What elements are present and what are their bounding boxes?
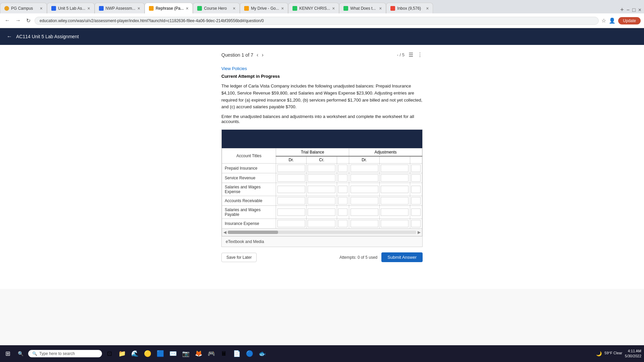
accts-rec-trial-extra[interactable] bbox=[338, 197, 347, 204]
tab-course-hero[interactable]: Course Hero × bbox=[193, 3, 240, 13]
accts-rec-trial-extra-cell bbox=[337, 196, 349, 206]
sal-wages-exp-trial-dr[interactable] bbox=[277, 186, 305, 193]
dev-icon[interactable]: 🐟 bbox=[257, 348, 268, 359]
tab-gmail[interactable]: Inbox (9,576) × bbox=[386, 3, 433, 13]
submit-answer-button[interactable]: Submit Answer bbox=[381, 252, 423, 262]
file-explorer-icon[interactable]: 📁 bbox=[117, 348, 127, 359]
ins-exp-adj-dr[interactable] bbox=[351, 220, 378, 227]
tab-close-gmail[interactable]: × bbox=[426, 6, 429, 11]
prepaid-insurance-adj-dr[interactable] bbox=[351, 165, 378, 172]
list-view-icon[interactable]: ☰ bbox=[409, 52, 413, 58]
firefox-icon[interactable]: 🦊 bbox=[193, 348, 204, 359]
accts-rec-trial-cr[interactable] bbox=[308, 197, 335, 204]
tab-close-rephrase[interactable]: × bbox=[186, 6, 189, 11]
calc-icon[interactable]: 🖩 bbox=[219, 348, 229, 359]
system-clock[interactable]: 4:11 AM 5/30/2022 bbox=[625, 349, 641, 359]
service-revenue-adj-cr[interactable] bbox=[381, 174, 409, 182]
office-icon[interactable]: 📄 bbox=[231, 348, 242, 359]
new-tab-button[interactable]: + bbox=[620, 6, 624, 13]
main-content: Question 1 of 7 ‹ › - / 5 ☰ ⋮ View Polic… bbox=[0, 45, 644, 362]
photos-icon[interactable]: 📷 bbox=[180, 348, 191, 359]
accts-rec-adj-dr[interactable] bbox=[351, 197, 378, 204]
chrome-icon[interactable]: 🟡 bbox=[142, 348, 153, 359]
profile-icon[interactable]: 👤 bbox=[609, 17, 615, 24]
sal-wages-exp-adj-cr[interactable] bbox=[381, 186, 409, 193]
sal-wages-pay-trial-extra-cell bbox=[337, 206, 349, 219]
tab-close-kenny-chris[interactable]: × bbox=[332, 6, 335, 11]
bookmark-icon[interactable]: ☆ bbox=[601, 17, 606, 24]
prepaid-insurance-adj-cr[interactable] bbox=[381, 165, 409, 172]
back-arrow-icon[interactable]: ← bbox=[7, 34, 12, 40]
horizontal-scrollbar[interactable] bbox=[228, 231, 416, 234]
mail-icon[interactable]: ✉️ bbox=[168, 348, 178, 359]
tab-close-nwp-assess[interactable]: × bbox=[138, 6, 140, 11]
task-view-icon[interactable]: ⊡ bbox=[104, 348, 115, 359]
accts-rec-adj-extra[interactable] bbox=[411, 197, 421, 204]
scroll-thumb[interactable] bbox=[228, 231, 278, 234]
back-button[interactable]: ← bbox=[3, 16, 11, 25]
scroll-left-arrow[interactable]: ◀ bbox=[223, 230, 226, 235]
service-revenue-trial-cr[interactable] bbox=[308, 174, 335, 182]
tab-close-my-drive[interactable]: × bbox=[281, 6, 284, 11]
ins-exp-adj-extra[interactable] bbox=[411, 220, 421, 227]
prepaid-insurance-trial-dr-cell bbox=[276, 164, 307, 173]
save-for-later-button[interactable]: Save for Later bbox=[221, 253, 257, 262]
sal-wages-pay-adj-cr[interactable] bbox=[381, 208, 409, 216]
service-revenue-trial-dr[interactable] bbox=[277, 174, 305, 182]
minimize-button[interactable]: − bbox=[627, 7, 630, 13]
ins-exp-trial-cr[interactable] bbox=[308, 220, 335, 227]
edge-browser-icon[interactable]: 🌊 bbox=[129, 348, 140, 359]
prepaid-insurance-adj-extra[interactable] bbox=[411, 165, 421, 172]
next-question-button[interactable]: › bbox=[262, 52, 263, 58]
sal-wages-exp-adj-dr[interactable] bbox=[351, 186, 378, 193]
sal-wages-exp-trial-extra[interactable] bbox=[338, 186, 347, 193]
tab-close-course-hero[interactable]: × bbox=[233, 6, 235, 11]
prepaid-insurance-trial-extra[interactable] bbox=[338, 165, 347, 172]
sal-wages-pay-adj-extra[interactable] bbox=[411, 208, 421, 216]
sal-wages-pay-trial-extra[interactable] bbox=[338, 208, 347, 216]
update-button[interactable]: Update bbox=[618, 17, 641, 24]
games-icon[interactable]: 🎮 bbox=[206, 348, 217, 359]
sal-wages-pay-adj-dr[interactable] bbox=[351, 208, 378, 216]
tab-rephrase[interactable]: Rephrase (Pa... × bbox=[145, 3, 193, 13]
search-button-icon[interactable]: 🔍 bbox=[15, 350, 26, 358]
tab-pg-campus[interactable]: PG Campus × bbox=[0, 3, 47, 13]
ins-exp-adj-cr[interactable] bbox=[381, 220, 409, 227]
forward-button[interactable]: → bbox=[14, 16, 22, 25]
sal-wages-exp-adj-extra[interactable] bbox=[411, 186, 421, 193]
start-button[interactable]: ⊞ bbox=[3, 349, 13, 359]
chrome-shortcut-icon[interactable]: 🔵 bbox=[244, 348, 255, 359]
prepaid-insurance-trial-cr[interactable] bbox=[308, 165, 335, 172]
accts-rec-adj-cr[interactable] bbox=[381, 197, 409, 204]
tab-close-what-does[interactable]: × bbox=[379, 6, 382, 11]
accts-rec-trial-dr[interactable] bbox=[277, 197, 305, 204]
tab-what-does[interactable]: What Does t... × bbox=[339, 3, 386, 13]
prev-question-button[interactable]: ‹ bbox=[257, 52, 258, 58]
close-button[interactable]: × bbox=[638, 7, 641, 13]
ins-exp-trial-dr[interactable] bbox=[277, 220, 305, 227]
view-policies-link[interactable]: View Policies bbox=[221, 66, 423, 71]
tab-close-unit5-lab[interactable]: × bbox=[87, 6, 90, 11]
sal-wages-pay-trial-dr[interactable] bbox=[277, 208, 305, 216]
ins-exp-trial-extra[interactable] bbox=[338, 220, 347, 227]
tab-my-drive[interactable]: My Drive - Go... × bbox=[240, 3, 288, 13]
service-revenue-adj-extra[interactable] bbox=[411, 174, 421, 182]
sal-wages-exp-trial-cr[interactable] bbox=[308, 186, 335, 193]
service-revenue-trial-extra[interactable] bbox=[338, 174, 347, 182]
url-bar[interactable]: education.wiley.com/was/ui/v2/assessment… bbox=[35, 17, 599, 25]
maximize-button[interactable]: □ bbox=[632, 7, 636, 13]
tab-kenny-chris[interactable]: KENNY CHRIS... × bbox=[288, 3, 339, 13]
scroll-right-arrow[interactable]: ▶ bbox=[418, 230, 421, 235]
prepaid-insurance-adj-extra-cell bbox=[410, 164, 422, 173]
tab-close-pg-campus[interactable]: × bbox=[40, 6, 43, 11]
more-options-icon[interactable]: ⋮ bbox=[417, 52, 423, 58]
question-container: Question 1 of 7 ‹ › - / 5 ☰ ⋮ View Polic… bbox=[215, 45, 429, 276]
sal-wages-pay-trial-cr[interactable] bbox=[308, 208, 335, 216]
reload-button[interactable]: ↻ bbox=[25, 16, 32, 25]
tab-unit5-lab[interactable]: Unit 5 Lab As... × bbox=[47, 3, 95, 13]
search-box[interactable]: 🔍 Type here to search bbox=[28, 350, 102, 357]
store-icon[interactable]: 🟦 bbox=[155, 348, 166, 359]
service-revenue-adj-dr[interactable] bbox=[351, 174, 378, 182]
prepaid-insurance-trial-dr[interactable] bbox=[277, 165, 305, 172]
tab-nwp-assess[interactable]: NWP Assessm... × bbox=[95, 3, 145, 13]
